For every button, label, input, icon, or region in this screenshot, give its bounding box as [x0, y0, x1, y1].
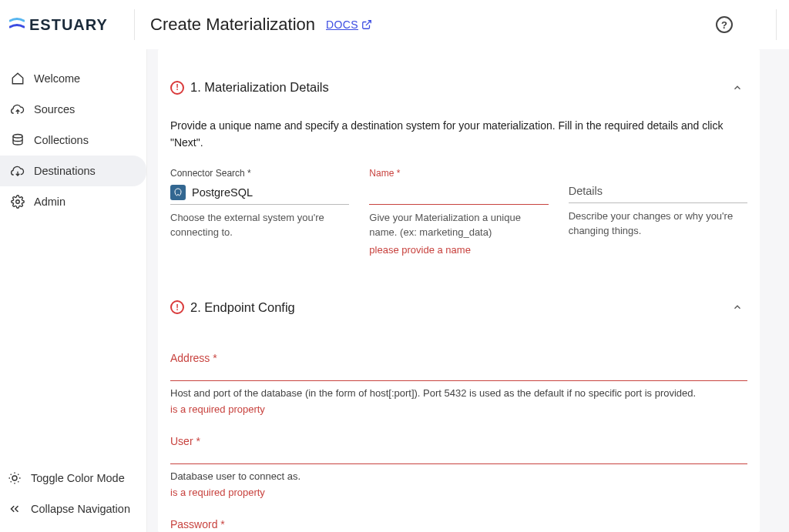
- logo-text: ESTUARY: [29, 16, 108, 34]
- postgresql-icon: [170, 185, 186, 200]
- sidebar-item-label: Welcome: [34, 72, 80, 85]
- password-label: Password: [170, 518, 747, 530]
- gear-icon: [11, 195, 25, 209]
- sidebar-item-destinations[interactable]: Destinations: [0, 156, 146, 186]
- docs-link-label: DOCS: [326, 18, 358, 31]
- sidebar-item-label: Destinations: [34, 165, 96, 177]
- collapse-nav-button[interactable]: Collapse Navigation: [0, 494, 146, 524]
- name-input[interactable]: [369, 182, 548, 205]
- toggle-color-mode-label: Toggle Color Mode: [31, 472, 125, 484]
- header-divider-right: [776, 9, 777, 40]
- chevron-up-icon[interactable]: [732, 82, 743, 93]
- error-icon: !: [170, 81, 184, 95]
- cloud-upload-icon: [11, 102, 25, 116]
- name-label: Name: [369, 168, 548, 179]
- database-icon: [11, 133, 25, 147]
- chevron-double-left-icon: [8, 502, 22, 516]
- svg-line-0: [366, 21, 371, 25]
- toggle-color-mode-button[interactable]: Toggle Color Mode: [0, 463, 146, 494]
- section-title-text: 2. Endpoint Config: [190, 300, 295, 315]
- help-icon[interactable]: ?: [716, 16, 733, 33]
- section-description: Provide a unique name and specify a dest…: [170, 118, 747, 151]
- user-error: is a required property: [170, 487, 747, 498]
- form-panel: ! 1. Materialization Details Provide a u…: [158, 49, 760, 532]
- details-placeholder: Details: [569, 185, 603, 197]
- sidebar-item-welcome[interactable]: Welcome: [0, 63, 146, 94]
- name-help: Give your Materialization a unique name.…: [369, 211, 548, 239]
- user-input[interactable]: [170, 449, 747, 464]
- main-content: ! 1. Materialization Details Provide a u…: [146, 49, 789, 532]
- svg-point-1: [13, 135, 22, 139]
- user-label: User: [170, 435, 747, 447]
- connector-field: Connector Search PostgreSQL Choose the e…: [170, 168, 349, 255]
- connector-help: Choose the external system you're connec…: [170, 211, 349, 239]
- details-field: Details Describe your changes or why you…: [569, 168, 747, 255]
- sidebar-item-label: Collections: [34, 134, 89, 146]
- address-field: Address Host and port of the database (i…: [170, 352, 747, 415]
- svg-point-3: [12, 476, 17, 480]
- docs-link[interactable]: DOCS: [326, 18, 372, 31]
- address-label: Address: [170, 352, 747, 364]
- error-icon: !: [170, 300, 184, 314]
- svg-point-2: [16, 200, 20, 204]
- cloud-download-icon: [11, 164, 25, 178]
- header-right: ?: [716, 9, 777, 40]
- connector-search-input[interactable]: PostgreSQL: [170, 182, 349, 205]
- details-help: Describe your changes or why you're chan…: [569, 209, 747, 237]
- password-field: Password Password for the specified data…: [170, 518, 747, 532]
- header-divider: [134, 9, 135, 40]
- home-icon: [11, 72, 25, 85]
- user-help: Database user to connect as.: [170, 470, 747, 482]
- section-title: ! 2. Endpoint Config: [170, 300, 295, 315]
- sun-icon: [8, 471, 22, 485]
- section-endpoint-config-header[interactable]: ! 2. Endpoint Config: [170, 300, 747, 315]
- chevron-up-icon[interactable]: [732, 302, 743, 313]
- app-header: ESTUARY Create Materialization DOCS ?: [0, 0, 789, 49]
- external-link-icon: [361, 19, 372, 30]
- address-input[interactable]: [170, 366, 747, 381]
- section-title: ! 1. Materialization Details: [170, 80, 329, 95]
- section-materialization-details-header[interactable]: ! 1. Materialization Details: [170, 80, 747, 95]
- user-field: User Database user to connect as. is a r…: [170, 435, 747, 498]
- sidebar-item-collections[interactable]: Collections: [0, 125, 146, 156]
- connector-label: Connector Search: [170, 168, 349, 179]
- sidebar: Welcome Sources Collections Destinations…: [0, 49, 146, 532]
- sidebar-footer: Toggle Color Mode Collapse Navigation: [0, 463, 146, 532]
- logo-icon: [9, 17, 25, 32]
- sidebar-item-label: Sources: [34, 103, 75, 115]
- details-input[interactable]: Details: [569, 180, 747, 203]
- collapse-nav-label: Collapse Navigation: [31, 503, 130, 515]
- address-help: Host and port of the database (in the fo…: [170, 387, 747, 399]
- sidebar-item-admin[interactable]: Admin: [0, 186, 146, 217]
- sidebar-item-label: Admin: [34, 196, 65, 208]
- page-title: Create Materialization: [150, 15, 315, 35]
- connector-value: PostgreSQL: [192, 186, 253, 199]
- section-title-text: 1. Materialization Details: [190, 80, 329, 95]
- address-error: is a required property: [170, 403, 747, 415]
- logo[interactable]: ESTUARY: [9, 16, 133, 34]
- sidebar-item-sources[interactable]: Sources: [0, 94, 146, 125]
- name-error: please provide a name: [369, 244, 548, 256]
- name-field: Name Give your Materialization a unique …: [369, 168, 548, 255]
